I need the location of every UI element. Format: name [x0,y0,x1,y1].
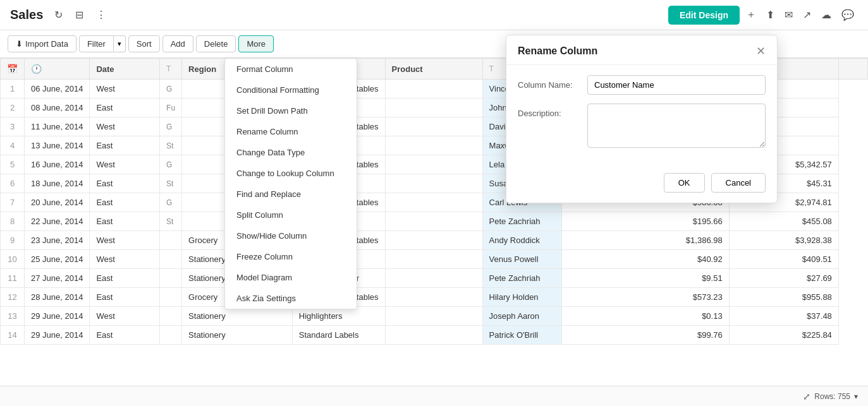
row-date: 25 June, 2014 [25,250,90,269]
row-date: 13 June, 2014 [25,136,90,155]
modal-footer: OK Cancel [506,167,777,203]
row-r-t: St [160,136,182,155]
share-button[interactable]: ↗ [799,6,815,23]
cancel-button[interactable]: Cancel [711,173,766,193]
dropdown-split-column[interactable]: Split Column [225,205,357,225]
row-r-t [160,231,182,250]
row-r-t: G [160,193,182,212]
row-customer-type [385,326,482,345]
delete-button[interactable]: Delete [196,35,236,52]
row-v1: $99.76 [561,326,729,345]
row-date: 06 June, 2014 [25,80,90,99]
row-v1: $1,386.98 [561,231,729,250]
row-r-t [160,307,182,326]
row-num: 8 [1,212,25,231]
table-row: 9 23 June, 2014 West Grocery Fruits and … [1,231,868,250]
dropdown-find-and-replace[interactable]: Find and Replace [225,184,357,205]
row-r-t: G [160,117,182,136]
column-name-input[interactable] [587,75,766,95]
dropdown-freeze-column[interactable]: Freeze Column [225,246,357,267]
more-options-button[interactable]: ⋮ [92,6,110,23]
row-customer: Pete Zachriah [482,269,561,288]
row-product-cat: Stationery [182,307,293,326]
sort-button[interactable]: Sort [128,35,160,52]
col-v2-header [838,59,867,80]
description-row: Description: [518,104,766,148]
row-v2: $955.88 [729,288,838,307]
ok-button[interactable]: OK [664,173,705,193]
description-input[interactable] [587,104,766,148]
row-r-t: G [160,80,182,99]
mail-button[interactable]: ✉ [781,6,797,23]
row-date: 29 June, 2014 [25,307,90,326]
row-date: 23 June, 2014 [25,231,90,250]
dropdown-ask-zia-settings[interactable]: Ask Zia Settings [225,288,357,309]
dropdown-set-drill-down-path[interactable]: Set Drill Down Path [225,100,357,121]
import-data-button[interactable]: ⬇ Import Data [8,35,76,52]
row-r-t [160,250,182,269]
dropdown-conditional-formatting[interactable]: Conditional Formatting [225,80,357,100]
refresh-button[interactable]: ↻ [51,6,66,23]
import-icon: ⬇ [16,39,23,49]
description-label: Description: [518,104,587,118]
row-date: 27 June, 2014 [25,269,90,288]
row-num: 14 [1,326,25,345]
row-region: East [90,288,160,307]
filter-caret-button[interactable]: ▾ [114,35,126,52]
dropdown-show-hide-column[interactable]: Show/Hide Column [225,225,357,246]
add-icon-button[interactable]: ＋ [742,6,760,24]
row-v2: $409.51 [729,250,838,269]
filter-group: Filter ▾ [79,35,126,52]
dropdown-change-data-type[interactable]: Change Data Type [225,142,357,163]
row-customer: Joseph Aaron [482,307,561,326]
row-date: 28 June, 2014 [25,288,90,307]
row-customer-type [385,99,482,117]
col-product-header: Product [385,59,482,80]
dropdown-rename-column[interactable]: Rename Column [225,121,357,142]
more-button[interactable]: More [238,35,274,52]
save-button[interactable]: ⊟ [71,6,87,23]
row-customer: Venus Powell [482,250,561,269]
row-region: East [90,136,160,155]
row-customer: Andy Roddick [482,231,561,250]
row-date: 16 June, 2014 [25,155,90,174]
top-bar-right: Edit Design ＋ ⬆ ✉ ↗ ☁ 💬 [668,6,858,25]
app-title: Sales [10,8,43,22]
export-button[interactable]: ⬆ [762,6,778,23]
top-bar-icons: ↻ ⊟ ⋮ [51,6,110,23]
row-num: 4 [1,136,25,155]
row-customer-type [385,269,482,288]
row-customer-type [385,117,482,136]
chat-button[interactable]: 💬 [838,6,858,23]
row-v2: $37.48 [729,307,838,326]
row-region: East [90,193,160,212]
edit-design-button[interactable]: Edit Design [668,6,740,25]
row-customer-type [385,250,482,269]
row-v1: $9.51 [561,269,729,288]
row-num: 12 [1,288,25,307]
modal-close-button[interactable]: ✕ [756,44,766,58]
dropdown-format-column[interactable]: Format Column [225,59,357,80]
cloud-button[interactable]: ☁ [817,6,835,23]
row-region: West [90,231,160,250]
row-num: 11 [1,269,25,288]
table-row: 8 22 June, 2014 East St alty Envelopes P… [1,212,868,231]
dropdown-change-to-lookup-column[interactable]: Change to Lookup Column [225,163,357,184]
chevron-down-icon: ▾ [854,392,858,401]
row-customer-type [385,193,482,212]
row-customer: Hilary Holden [482,288,561,307]
col-region-type: T [160,59,182,80]
row-num: 6 [1,174,25,193]
row-product-cat: Stationery [182,326,293,345]
dropdown-model-diagram[interactable]: Model Diagram [225,267,357,288]
modal-header: Rename Column ✕ [506,35,777,65]
row-v2: $225.84 [729,326,838,345]
row-num: 9 [1,231,25,250]
row-num: 7 [1,193,25,212]
filter-button[interactable]: Filter [79,35,114,52]
row-customer-type [385,231,482,250]
row-v1: $195.66 [561,212,729,231]
table-row: 10 25 June, 2014 West Stationery Copy Pa… [1,250,868,269]
add-button[interactable]: Add [162,35,193,52]
col-date-header: Date [90,59,160,80]
